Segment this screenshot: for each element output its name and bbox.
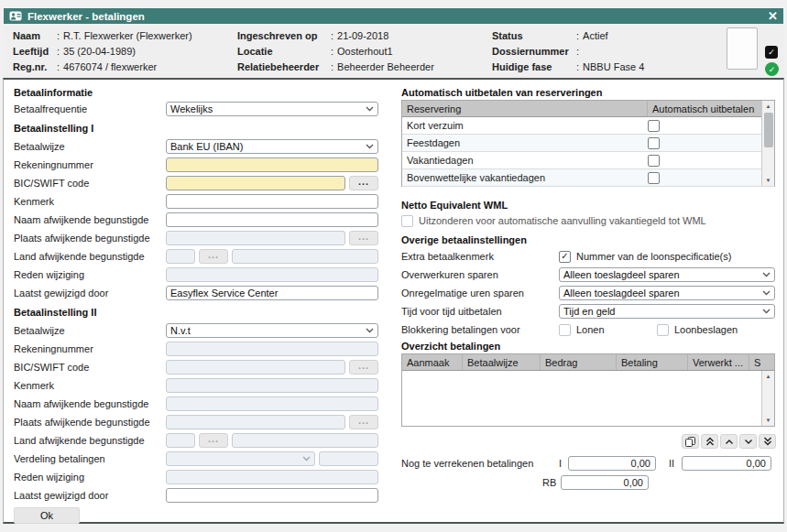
bi1-land-lookup-button: ...	[199, 249, 228, 264]
blokkering-lonen-label: Lonen	[576, 324, 657, 335]
reden-wijziging-label: Reden wijziging	[14, 269, 166, 280]
flexwerker-card-icon	[9, 11, 22, 21]
totaal-i-input[interactable]: 0,00	[568, 456, 656, 471]
bovenwettelijke-vakantiedagen-checkbox[interactable]	[648, 172, 660, 184]
move-down-button[interactable]	[739, 434, 757, 449]
scroll-down-icon[interactable]: ▼	[762, 175, 774, 186]
overwerkuren-sparen-select[interactable]: Alleen toeslagdeel sparen	[559, 267, 775, 282]
naam-afwijkende-begunstigde-label: Naam afwijkende begunstigde	[14, 398, 166, 409]
bi1-naam-afwijkende-input[interactable]	[166, 212, 378, 227]
column-header-reservering[interactable]: Reservering	[402, 101, 648, 116]
green-status-check-icon: ✓	[765, 62, 779, 76]
scroll-thumb[interactable]	[764, 113, 773, 147]
chevron-down-icon	[366, 144, 374, 149]
kenmerk-label: Kenmerk	[14, 196, 166, 207]
onregelmatige-uren-sparen-select[interactable]: Alleen toeslagdeel sparen	[559, 286, 775, 300]
column-header-aanmaak[interactable]: Aanmaak	[402, 354, 463, 370]
locatie-value: Oosterhout1	[337, 46, 393, 57]
info-label: Reg.nr.	[13, 61, 57, 72]
loonspecificatie-checkbox[interactable]: ✓	[559, 251, 571, 263]
bi2-land-code-input	[166, 433, 195, 448]
bi2-plaats-afwijkende-input	[166, 415, 345, 429]
bi1-laatst-gewijzigd-input[interactable]: Easyflex Service Center	[166, 286, 378, 300]
bi1-plaats-afwijkende-input	[166, 231, 345, 245]
bi1-land-naam-input	[232, 249, 378, 264]
vakantiedagen-checkbox[interactable]	[648, 155, 660, 167]
bic-swift-label: BIC/SWIFT code	[14, 178, 166, 189]
overzicht-scrollbar[interactable]: ▲ ▼	[761, 371, 774, 426]
info-label: Dossiernummer	[492, 46, 576, 57]
totaal-rb-input[interactable]: 0,00	[561, 475, 649, 490]
bi1-bic-swift-input[interactable]	[166, 176, 345, 190]
rekeningnummer-label: Rekeningnummer	[14, 343, 166, 354]
betalingen-toolbar	[401, 434, 776, 450]
tijd-voor-tijd-select[interactable]: Tijd en geld	[559, 304, 775, 319]
blokkering-loonbeslagen-checkbox[interactable]	[657, 324, 669, 336]
chevron-down-icon	[762, 309, 771, 314]
bi2-kenmerk-input	[166, 378, 378, 393]
bi1-bic-lookup-button[interactable]: ...	[349, 176, 378, 190]
uitzonderen-wml-checkbox[interactable]	[401, 215, 413, 227]
extra-betaalkenmerk-label: Extra betaalkenmerk	[401, 251, 559, 262]
bi1-kenmerk-input[interactable]	[166, 194, 378, 209]
uitzonderen-wml-label: Uitzonderen voor automatische aanvulling…	[419, 215, 706, 226]
move-top-button[interactable]	[701, 434, 718, 449]
title-bar: Flexwerker - betalingen ✕	[4, 8, 783, 24]
bi2-betaalwijze-select[interactable]: N.v.t	[166, 323, 378, 338]
bi2-naam-afwijkende-input	[166, 396, 378, 411]
column-header-betaling[interactable]: Betaling	[617, 354, 688, 370]
photo-placeholder	[727, 27, 758, 70]
column-header-verwerkt[interactable]: Verwerkt ...	[688, 354, 749, 370]
ingeschreven-value: 21-09-2018	[337, 30, 388, 41]
betaalwijze-label: Betaalwijze	[14, 141, 166, 152]
ok-button[interactable]: Ok	[14, 507, 80, 524]
table-row[interactable]: Kort verzuim	[402, 117, 774, 135]
section-betaalinstelling-1: Betaalinstelling I	[14, 118, 379, 137]
column-header-s[interactable]: S	[749, 354, 774, 370]
bi2-reden-wijziging-input	[166, 470, 378, 484]
copy-button[interactable]	[682, 434, 699, 449]
bi2-land-lookup-button: ...	[199, 433, 228, 448]
totaal-i-label: I	[559, 458, 566, 469]
reserveringen-scrollbar[interactable]: ▲ ▼	[761, 101, 774, 186]
blokkering-lonen-checkbox[interactable]	[559, 324, 571, 336]
close-icon[interactable]: ✕	[768, 10, 778, 22]
move-up-button[interactable]	[720, 434, 738, 449]
tijd-voor-tijd-label: Tijd voor tijd uitbetalen	[401, 306, 559, 317]
betaalfrequentie-label: Betaalfrequentie	[14, 103, 166, 114]
info-label: Leeftijd	[13, 46, 57, 57]
totaal-ii-label: II	[669, 458, 680, 469]
bi2-bic-swift-input	[166, 360, 345, 375]
info-label: Relatiebeheerder	[237, 61, 331, 72]
column-header-bedrag[interactable]: Bedrag	[541, 354, 617, 370]
regnr-value: 4676074 / flexwerker	[63, 61, 157, 72]
right-column: Automatisch uitbetalen van reserveringen…	[401, 80, 776, 492]
feestdagen-checkbox[interactable]	[648, 137, 660, 149]
kenmerk-label: Kenmerk	[14, 380, 166, 391]
bi1-rekeningnummer-input[interactable]	[166, 157, 378, 172]
table-row[interactable]: Vakantiedagen	[402, 152, 774, 169]
scroll-up-icon[interactable]: ▲	[762, 371, 774, 382]
section-betaalinformatie: Betaalinformatie	[14, 85, 379, 100]
black-checked-checkbox-icon[interactable]: ✓	[765, 46, 778, 59]
move-bottom-button[interactable]	[759, 434, 776, 449]
table-row[interactable]: Bovenwettelijke vakantiedagen	[402, 169, 774, 187]
scroll-up-icon[interactable]: ▲	[762, 101, 774, 112]
reden-wijziging-label: Reden wijziging	[14, 472, 166, 483]
table-row[interactable]: Feestdagen	[402, 135, 774, 152]
column-header-betaalwijze[interactable]: Betaalwijze	[463, 354, 541, 370]
status-value: Actief	[583, 30, 608, 41]
land-afwijkende-begunstigde-label: Land afwijkende begunstigde	[14, 435, 166, 446]
totaal-ii-input[interactable]: 0,00	[682, 456, 771, 471]
info-column-1: Naam:R.T. Flexwerker (Flexwerker) Leefti…	[13, 27, 192, 74]
column-header-automatisch-uitbetalen[interactable]: Automatisch uitbetalen	[648, 101, 774, 116]
left-column: Betaalinformatie Betaalfrequentie Wekeli…	[14, 80, 379, 524]
kort-verzuim-checkbox[interactable]	[648, 120, 660, 132]
info-label: Status	[492, 30, 576, 41]
bi2-laatst-gewijzigd-input[interactable]	[166, 488, 378, 503]
scroll-down-icon[interactable]: ▼	[762, 415, 774, 426]
bi1-betaalwijze-select[interactable]: Bank EU (IBAN)	[166, 139, 378, 154]
betaalfrequentie-select[interactable]: Wekelijks	[166, 102, 378, 116]
section-betaalinstelling-2: Betaalinstelling II	[14, 302, 379, 321]
naam-value: R.T. Flexwerker (Flexwerker)	[63, 30, 192, 41]
